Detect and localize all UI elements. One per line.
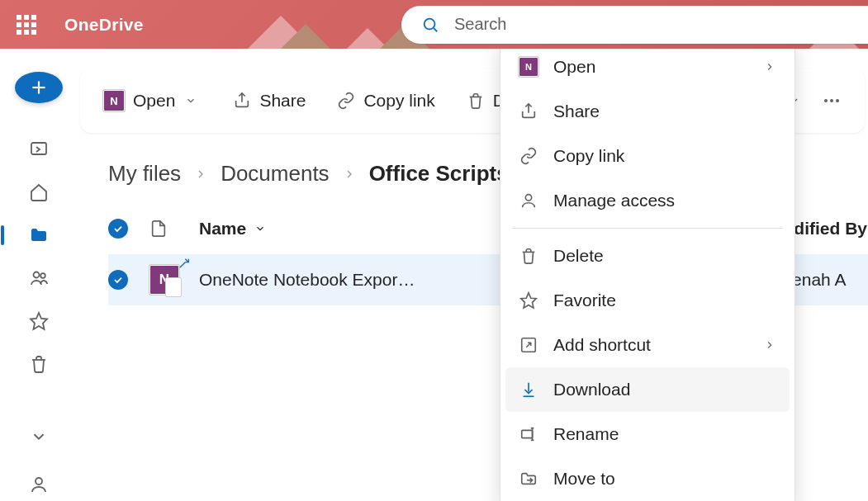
menu-favorite-label: Favorite [553, 291, 616, 310]
svg-point-0 [425, 18, 435, 29]
share-icon [233, 92, 251, 110]
type-column[interactable] [149, 220, 199, 238]
menu-copy-link[interactable]: Copy link [500, 134, 794, 178]
cmd-share[interactable]: Share [225, 86, 314, 116]
folder-icon [29, 225, 49, 245]
nav-item-profile[interactable] [19, 468, 59, 501]
search-input[interactable] [454, 15, 785, 34]
menu-copy-link-label: Copy link [553, 146, 624, 166]
name-column-label: Name [199, 219, 246, 239]
chevron-right-icon [760, 61, 780, 73]
menu-rename-label: Rename [553, 424, 619, 444]
svg-point-12 [836, 99, 839, 102]
crumb-documents[interactable]: Documents [221, 161, 330, 187]
chevron-down-icon [254, 223, 266, 234]
home-icon [29, 182, 49, 202]
people-icon [29, 268, 49, 288]
main-content: N Open Share Copy link Delete [77, 49, 868, 501]
svg-point-17 [525, 195, 531, 201]
menu-share[interactable]: Share [500, 89, 794, 134]
nav-item-recycle[interactable] [19, 347, 59, 380]
menu-share-label: Share [553, 102, 600, 121]
menu-add-shortcut[interactable]: Add shortcut [500, 323, 794, 367]
nav-item-quick[interactable] [19, 133, 59, 166]
trash-icon [467, 92, 485, 110]
menu-download-label: Download [553, 380, 630, 399]
svg-line-1 [434, 28, 437, 31]
trash-icon [519, 247, 538, 265]
search-box [401, 6, 868, 44]
cmd-overflow[interactable] [813, 86, 850, 116]
nav-expand[interactable] [19, 420, 59, 453]
row-checkbox[interactable] [108, 270, 149, 290]
crumb-current[interactable]: Office Scripts [369, 161, 509, 187]
nav-item-shared[interactable] [19, 262, 59, 295]
export-icon [29, 139, 49, 159]
onenote-icon: N [103, 90, 125, 111]
menu-manage-access[interactable]: Manage access [500, 178, 794, 223]
chevron-right-icon [343, 168, 356, 181]
svg-marker-18 [521, 293, 536, 308]
svg-marker-7 [31, 313, 47, 329]
chevron-down-icon [185, 95, 197, 106]
person-icon [29, 475, 49, 494]
svg-point-10 [824, 99, 828, 102]
svg-point-8 [36, 478, 42, 484]
link-icon [337, 92, 355, 110]
person-icon [519, 191, 538, 210]
star-icon [29, 311, 49, 331]
brand-name: OneDrive [64, 15, 144, 35]
menu-separator [512, 228, 783, 229]
cmd-open-label: Open [133, 91, 175, 111]
nav-item-favorites[interactable] [19, 305, 59, 338]
app-header: OneDrive [0, 0, 868, 49]
cmd-copy-link[interactable]: Copy link [329, 86, 443, 116]
menu-open[interactable]: N Open [500, 49, 794, 89]
share-icon [519, 102, 538, 121]
menu-manage-access-label: Manage access [553, 191, 675, 210]
menu-open-label: Open [553, 57, 595, 77]
shortcut-icon [519, 336, 538, 354]
menu-add-shortcut-label: Add shortcut [553, 335, 651, 355]
menu-move-to-label: Move to [553, 469, 615, 489]
svg-point-11 [830, 99, 833, 102]
search-icon [421, 16, 439, 34]
menu-download[interactable]: Download [505, 367, 790, 412]
plus-icon [28, 77, 50, 98]
shortcut-arrow-icon [178, 257, 191, 270]
nav-item-files[interactable] [19, 219, 59, 252]
menu-delete-label: Delete [553, 246, 604, 266]
rename-icon [519, 425, 538, 443]
svg-rect-21 [522, 430, 533, 437]
more-icon [822, 91, 842, 111]
link-icon [519, 147, 538, 165]
download-icon [519, 380, 538, 399]
app-launcher-button[interactable] [7, 5, 46, 45]
onenote-icon: N [519, 57, 538, 77]
trash-icon [29, 354, 49, 374]
sidebar [0, 49, 77, 501]
chevron-down-icon [30, 428, 48, 446]
nav-item-home[interactable] [19, 176, 59, 209]
chevron-right-icon [194, 168, 207, 181]
svg-point-6 [40, 273, 45, 278]
svg-point-5 [33, 272, 39, 278]
onenote-icon: N [149, 265, 179, 295]
menu-move-to[interactable]: Move to [500, 456, 794, 501]
cmd-copy-link-label: Copy link [363, 91, 434, 111]
chevron-right-icon [760, 339, 780, 351]
select-all[interactable] [108, 219, 149, 239]
menu-rename[interactable]: Rename [500, 412, 794, 456]
file-type-icon: N [149, 265, 199, 295]
menu-favorite[interactable]: Favorite [500, 278, 794, 323]
star-icon [519, 291, 538, 310]
file-icon [149, 220, 168, 238]
cmd-share-label: Share [259, 91, 306, 111]
menu-delete[interactable]: Delete [500, 234, 794, 278]
crumb-my-files[interactable]: My files [108, 161, 181, 187]
new-button[interactable] [15, 72, 63, 103]
context-menu: N Open Share Copy link Manage access Del… [500, 49, 795, 501]
cmd-open[interactable]: N Open [95, 85, 205, 116]
folder-move-icon [519, 470, 538, 488]
